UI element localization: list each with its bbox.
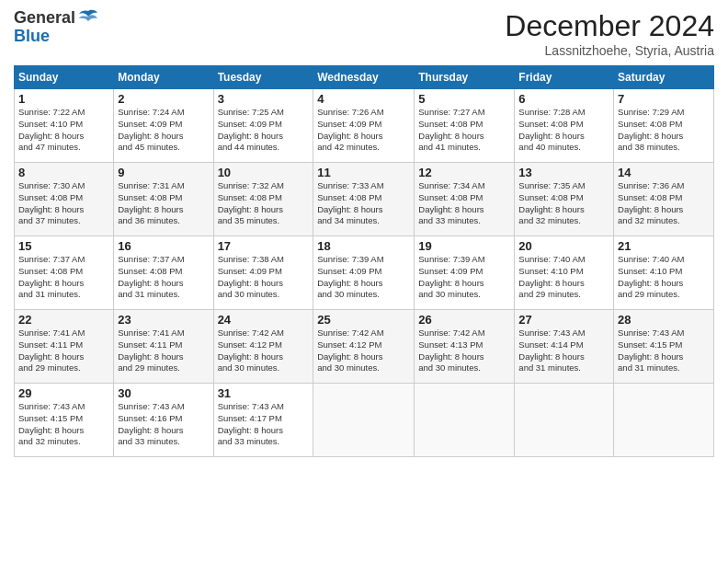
day-number: 21 [618,239,710,253]
day-number: 15 [18,239,109,253]
day-info: Sunrise: 7:37 AMSunset: 4:08 PMDaylight:… [18,254,109,301]
day-number: 4 [317,92,410,106]
day-number: 26 [418,313,510,327]
day-info: Sunrise: 7:36 AMSunset: 4:08 PMDaylight:… [618,180,710,227]
calendar-cell: 13Sunrise: 7:35 AMSunset: 4:08 PMDayligh… [515,163,614,236]
calendar-cell: 3Sunrise: 7:25 AMSunset: 4:09 PMDaylight… [213,89,313,163]
calendar-week-row: 1Sunrise: 7:22 AMSunset: 4:10 PMDaylight… [15,89,714,163]
calendar-cell: 24Sunrise: 7:42 AMSunset: 4:12 PMDayligh… [213,310,313,384]
day-info: Sunrise: 7:26 AMSunset: 4:09 PMDaylight:… [317,107,410,154]
month-title: December 2024 [505,9,714,43]
header: General Blue December 2024 Lassnitzhoehe… [14,9,714,58]
calendar-day-header: Thursday [415,66,515,89]
calendar-cell: 1Sunrise: 7:22 AMSunset: 4:10 PMDaylight… [15,89,114,163]
calendar-cell [313,384,415,457]
calendar-cell: 25Sunrise: 7:42 AMSunset: 4:12 PMDayligh… [313,310,415,384]
day-number: 9 [118,166,209,179]
calendar-table: SundayMondayTuesdayWednesdayThursdayFrid… [14,65,714,457]
location: Lassnitzhoehe, Styria, Austria [505,43,714,58]
calendar-week-row: 29Sunrise: 7:43 AMSunset: 4:15 PMDayligh… [15,384,714,457]
calendar-cell: 20Sunrise: 7:40 AMSunset: 4:10 PMDayligh… [515,236,614,310]
calendar-cell: 11Sunrise: 7:33 AMSunset: 4:08 PMDayligh… [313,163,415,236]
day-info: Sunrise: 7:32 AMSunset: 4:08 PMDaylight:… [218,180,310,227]
calendar-cell: 28Sunrise: 7:43 AMSunset: 4:15 PMDayligh… [614,310,714,384]
day-info: Sunrise: 7:43 AMSunset: 4:14 PMDaylight:… [518,327,609,374]
day-info: Sunrise: 7:30 AMSunset: 4:08 PMDaylight:… [18,180,109,227]
day-number: 11 [317,166,410,179]
day-number: 2 [118,92,209,106]
calendar-header-row: SundayMondayTuesdayWednesdayThursdayFrid… [15,66,714,89]
calendar-cell: 12Sunrise: 7:34 AMSunset: 4:08 PMDayligh… [415,163,515,236]
day-info: Sunrise: 7:39 AMSunset: 4:09 PMDaylight:… [418,254,510,301]
calendar-cell: 15Sunrise: 7:37 AMSunset: 4:08 PMDayligh… [15,236,114,310]
day-number: 13 [518,166,609,179]
day-info: Sunrise: 7:28 AMSunset: 4:08 PMDaylight:… [518,107,609,154]
day-info: Sunrise: 7:37 AMSunset: 4:08 PMDaylight:… [118,254,209,301]
day-number: 20 [518,239,609,253]
calendar-week-row: 15Sunrise: 7:37 AMSunset: 4:08 PMDayligh… [15,236,714,310]
calendar-cell: 26Sunrise: 7:42 AMSunset: 4:13 PMDayligh… [415,310,515,384]
day-number: 16 [118,239,209,253]
day-info: Sunrise: 7:29 AMSunset: 4:08 PMDaylight:… [618,107,710,154]
calendar-cell: 5Sunrise: 7:27 AMSunset: 4:08 PMDaylight… [415,89,515,163]
logo-blue-text: Blue [14,28,99,46]
calendar-day-header: Monday [114,66,213,89]
page: General Blue December 2024 Lassnitzhoehe… [0,0,728,563]
calendar-cell [415,384,515,457]
day-number: 8 [18,166,109,179]
calendar-day-header: Saturday [614,66,714,89]
logo-general-text: General [14,9,75,28]
calendar-cell: 21Sunrise: 7:40 AMSunset: 4:10 PMDayligh… [614,236,714,310]
day-number: 29 [18,386,109,400]
day-info: Sunrise: 7:35 AMSunset: 4:08 PMDaylight:… [518,180,609,227]
day-number: 30 [118,386,209,400]
day-info: Sunrise: 7:22 AMSunset: 4:10 PMDaylight:… [18,107,109,154]
day-info: Sunrise: 7:25 AMSunset: 4:09 PMDaylight:… [218,107,310,154]
calendar-cell: 27Sunrise: 7:43 AMSunset: 4:14 PMDayligh… [515,310,614,384]
day-info: Sunrise: 7:27 AMSunset: 4:08 PMDaylight:… [418,107,510,154]
calendar-cell: 18Sunrise: 7:39 AMSunset: 4:09 PMDayligh… [313,236,415,310]
calendar-cell: 22Sunrise: 7:41 AMSunset: 4:11 PMDayligh… [15,310,114,384]
calendar-cell: 14Sunrise: 7:36 AMSunset: 4:08 PMDayligh… [614,163,714,236]
day-info: Sunrise: 7:38 AMSunset: 4:09 PMDaylight:… [218,254,310,301]
calendar-week-row: 8Sunrise: 7:30 AMSunset: 4:08 PMDaylight… [15,163,714,236]
calendar-cell [614,384,714,457]
day-number: 28 [618,313,710,327]
calendar-day-header: Tuesday [213,66,313,89]
day-number: 24 [218,313,310,327]
day-info: Sunrise: 7:40 AMSunset: 4:10 PMDaylight:… [518,254,609,301]
day-info: Sunrise: 7:43 AMSunset: 4:15 PMDaylight:… [18,401,109,448]
day-number: 5 [418,92,510,106]
day-number: 12 [418,166,510,179]
day-number: 23 [118,313,209,327]
calendar-cell: 9Sunrise: 7:31 AMSunset: 4:08 PMDaylight… [114,163,213,236]
day-info: Sunrise: 7:24 AMSunset: 4:09 PMDaylight:… [118,107,209,154]
calendar-cell: 2Sunrise: 7:24 AMSunset: 4:09 PMDaylight… [114,89,213,163]
calendar-cell: 6Sunrise: 7:28 AMSunset: 4:08 PMDaylight… [515,89,614,163]
day-number: 18 [317,239,410,253]
day-info: Sunrise: 7:42 AMSunset: 4:12 PMDaylight:… [317,327,410,374]
day-number: 27 [518,313,609,327]
calendar-cell: 7Sunrise: 7:29 AMSunset: 4:08 PMDaylight… [614,89,714,163]
calendar-cell: 30Sunrise: 7:43 AMSunset: 4:16 PMDayligh… [114,384,213,457]
calendar-cell: 4Sunrise: 7:26 AMSunset: 4:09 PMDaylight… [313,89,415,163]
calendar-cell: 31Sunrise: 7:43 AMSunset: 4:17 PMDayligh… [213,384,313,457]
day-number: 17 [218,239,310,253]
day-info: Sunrise: 7:39 AMSunset: 4:09 PMDaylight:… [317,254,410,301]
day-number: 19 [418,239,510,253]
title-block: December 2024 Lassnitzhoehe, Styria, Aus… [505,9,714,58]
day-number: 25 [317,313,410,327]
day-info: Sunrise: 7:42 AMSunset: 4:13 PMDaylight:… [418,327,510,374]
day-info: Sunrise: 7:33 AMSunset: 4:08 PMDaylight:… [317,180,410,227]
calendar-cell [515,384,614,457]
calendar-cell: 8Sunrise: 7:30 AMSunset: 4:08 PMDaylight… [15,163,114,236]
calendar-cell: 23Sunrise: 7:41 AMSunset: 4:11 PMDayligh… [114,310,213,384]
day-info: Sunrise: 7:43 AMSunset: 4:15 PMDaylight:… [618,327,710,374]
day-info: Sunrise: 7:40 AMSunset: 4:10 PMDaylight:… [618,254,710,301]
calendar-cell: 29Sunrise: 7:43 AMSunset: 4:15 PMDayligh… [15,384,114,457]
day-info: Sunrise: 7:41 AMSunset: 4:11 PMDaylight:… [118,327,209,374]
day-number: 31 [218,386,310,400]
calendar-cell: 17Sunrise: 7:38 AMSunset: 4:09 PMDayligh… [213,236,313,310]
day-number: 14 [618,166,710,179]
calendar-cell: 10Sunrise: 7:32 AMSunset: 4:08 PMDayligh… [213,163,313,236]
